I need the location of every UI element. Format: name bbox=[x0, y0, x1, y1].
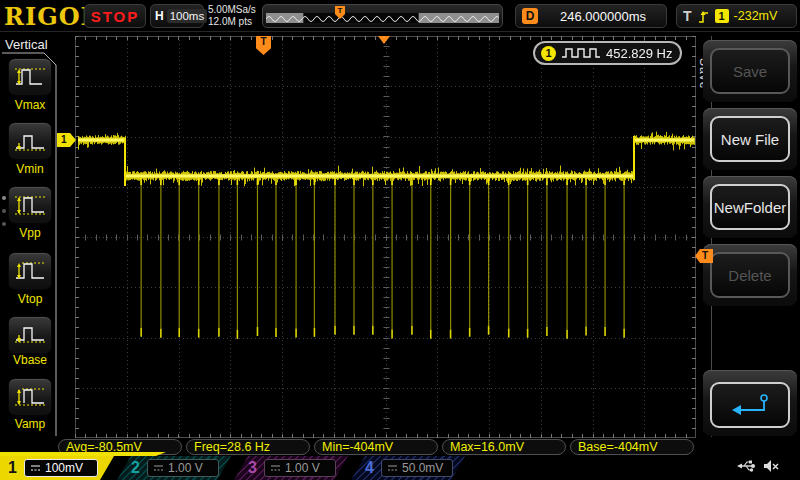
trigger-level-marker[interactable]: T bbox=[695, 249, 713, 263]
channel-3-status[interactable]: 3 1.00 V bbox=[234, 456, 348, 480]
horizontal-timebase-box[interactable]: H 100ms bbox=[150, 4, 204, 28]
preview-wave-icon bbox=[266, 13, 499, 23]
preview-wave-path bbox=[266, 17, 499, 22]
trigger-settings-box[interactable]: T 1 -232mV bbox=[676, 4, 797, 28]
button-vpp-label: Vpp bbox=[0, 226, 60, 240]
acquisition-info: 5.00MSa/s 12.0M pts bbox=[208, 4, 256, 28]
vtop-icon bbox=[12, 257, 48, 285]
coupling-dc-icon bbox=[270, 464, 281, 473]
measurement-freq: Freq=28.6 Hz bbox=[186, 439, 310, 455]
square-wave-icon bbox=[561, 47, 601, 59]
measurement-min: Min=-404mV bbox=[314, 439, 438, 455]
active-channel-underline bbox=[0, 452, 166, 456]
button-vamp-label: Vamp bbox=[0, 417, 60, 431]
status-icons bbox=[736, 458, 780, 474]
trigger-level-value: -232mV bbox=[734, 9, 778, 23]
channel-1-status[interactable]: 1 100mV bbox=[0, 456, 114, 480]
new-folder-button[interactable]: NewFolder bbox=[710, 184, 790, 230]
button-vtop-label: Vtop bbox=[0, 292, 60, 306]
run-stop-indicator[interactable]: STOP bbox=[84, 4, 146, 28]
channel-2-scale: 1.00 V bbox=[168, 461, 203, 475]
waveform-position-preview[interactable]: T bbox=[262, 4, 503, 28]
button-vtop[interactable] bbox=[8, 252, 52, 290]
timebase-prefix: H bbox=[155, 9, 164, 23]
graticule-canvas bbox=[75, 36, 696, 438]
rising-edge-icon bbox=[697, 9, 710, 24]
return-arrow-icon bbox=[728, 392, 772, 418]
save-button[interactable]: Save bbox=[710, 48, 790, 94]
menu-slot: New File bbox=[703, 108, 797, 170]
channel-4-status[interactable]: 4 50.0mV bbox=[351, 456, 465, 480]
horizontal-center-marker bbox=[378, 36, 390, 44]
vmin-icon bbox=[12, 127, 48, 155]
button-vbase-label: Vbase bbox=[0, 353, 60, 367]
coupling-dc-icon bbox=[30, 464, 41, 473]
back-button[interactable] bbox=[710, 382, 790, 428]
coupling-dc-icon bbox=[153, 464, 164, 473]
delete-button[interactable]: Delete bbox=[710, 252, 790, 298]
delay-value: 246.000000ms bbox=[546, 9, 660, 24]
new-file-button[interactable]: New File bbox=[710, 116, 790, 162]
menu-slot: Delete bbox=[703, 244, 797, 306]
menu-slot bbox=[703, 370, 797, 436]
channel1-position-marker[interactable]: 1 bbox=[57, 133, 76, 147]
channel-4-scale: 50.0mV bbox=[402, 461, 443, 475]
button-vpp[interactable] bbox=[8, 186, 52, 224]
sound-muted-icon bbox=[763, 458, 780, 474]
vamp-icon bbox=[12, 383, 48, 411]
measurement-base: Base=-404mV bbox=[570, 439, 694, 455]
trigger-source-badge: 1 bbox=[715, 9, 729, 23]
channel-3-number: 3 bbox=[248, 459, 257, 477]
sample-rate: 5.00MSa/s bbox=[208, 4, 256, 16]
memory-depth: 12.0M pts bbox=[208, 16, 256, 28]
vpp-icon bbox=[12, 191, 48, 219]
channel-2-status[interactable]: 2 1.00 V bbox=[117, 456, 231, 480]
button-vmax-label: Vmax bbox=[0, 98, 60, 112]
channel-2-number: 2 bbox=[131, 459, 140, 477]
trigger-delay-box[interactable]: D 246.000000ms bbox=[515, 4, 667, 28]
measurement-max: Max=16.0mV bbox=[442, 439, 566, 455]
button-vbase[interactable] bbox=[8, 316, 52, 354]
trigger-prefix: T bbox=[683, 8, 692, 24]
button-vamp[interactable] bbox=[8, 378, 52, 416]
menu-slot: NewFolder bbox=[703, 176, 797, 238]
button-vmin-label: Vmin bbox=[0, 162, 60, 176]
counter-channel-badge: 1 bbox=[541, 46, 556, 61]
oscilloscope-screen: { "brand": "RIGOL", "top_bar": { "run_st… bbox=[0, 0, 800, 480]
channel-4-number: 4 bbox=[365, 459, 374, 477]
menu-slot: Save bbox=[703, 40, 797, 102]
button-vmax[interactable] bbox=[8, 58, 52, 96]
menu-page-dots bbox=[2, 196, 6, 226]
frequency-counter: 1 452.829 Hz bbox=[533, 41, 682, 65]
timebase-value: 100ms bbox=[167, 9, 208, 23]
vmax-icon bbox=[12, 63, 48, 91]
vbase-icon bbox=[12, 321, 48, 349]
channel-3-scale: 1.00 V bbox=[285, 461, 320, 475]
top-status-bar: RIGOL STOP H 100ms 5.00MSa/s 12.0M pts T… bbox=[0, 0, 800, 32]
usb-icon bbox=[736, 458, 756, 474]
coupling-dc-icon bbox=[387, 464, 398, 473]
channel-1-number: 1 bbox=[8, 459, 17, 477]
counter-value: 452.829 Hz bbox=[606, 46, 673, 61]
channel-1-scale: 100mV bbox=[45, 461, 83, 475]
button-vmin[interactable] bbox=[8, 122, 52, 160]
delay-icon: D bbox=[522, 8, 538, 24]
